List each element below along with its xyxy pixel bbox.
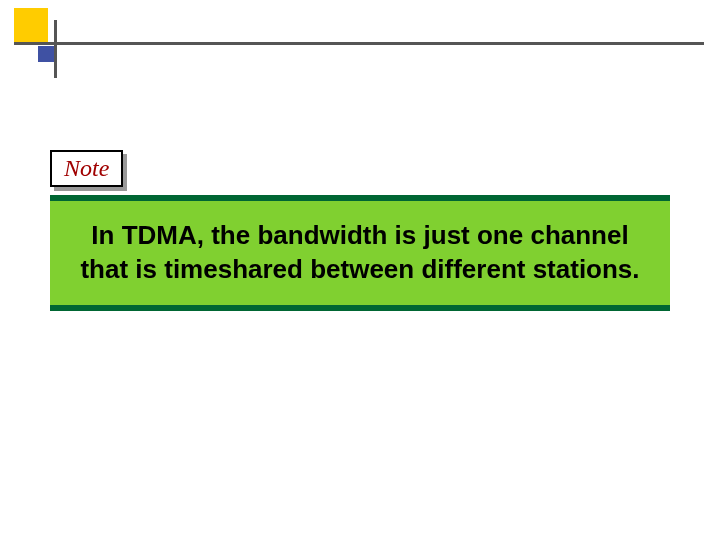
note-block: Note In TDMA, the bandwidth is just one …	[50, 150, 670, 311]
blue-square-icon	[38, 46, 54, 62]
yellow-square-icon	[14, 8, 48, 42]
vertical-line	[54, 20, 57, 78]
horizontal-line	[14, 42, 704, 45]
note-box: In TDMA, the bandwidth is just one chann…	[50, 195, 670, 311]
header-decoration	[14, 8, 704, 78]
note-label: Note	[50, 150, 123, 187]
note-text: In TDMA, the bandwidth is just one chann…	[76, 219, 644, 287]
